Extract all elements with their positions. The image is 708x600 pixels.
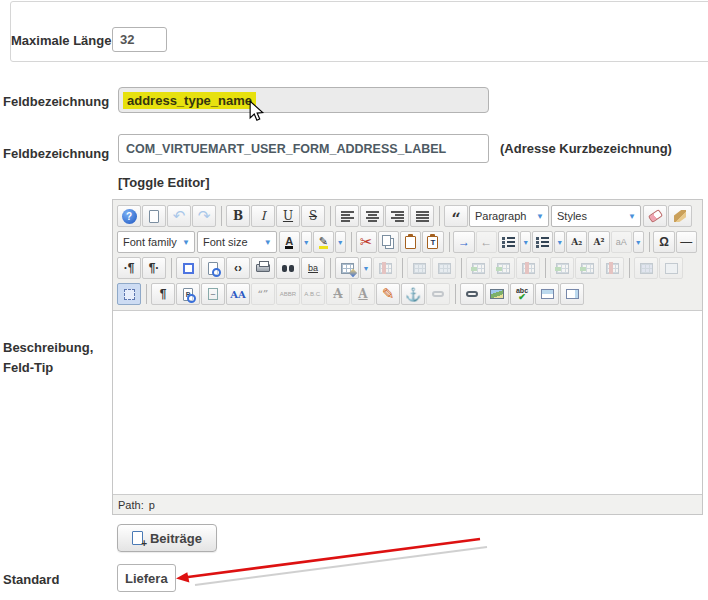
image-icon — [490, 289, 504, 299]
cite-button: “” — [251, 283, 275, 305]
cell-properties-button — [432, 257, 456, 279]
source-code-button[interactable]: ‹› — [226, 257, 250, 279]
ltr-paragraph-icon: ·¶ — [124, 261, 135, 275]
paragraph-format-select[interactable]: Paragraph▼ — [469, 205, 549, 227]
spellcheck-button[interactable]: abc — [510, 283, 534, 305]
image-button[interactable] — [485, 283, 509, 305]
paste-as-text-button[interactable]: T — [422, 231, 443, 253]
strikethrough-button[interactable]: S — [301, 205, 325, 227]
acronym-icon: A.B.C. — [304, 291, 321, 297]
cleanup-icon — [674, 210, 686, 222]
cut-button[interactable]: ✂ — [356, 231, 377, 253]
align-right-button[interactable] — [385, 205, 409, 227]
chevron-down-icon: ▼ — [178, 238, 194, 247]
horizontal-rule-button[interactable]: — — [676, 231, 697, 253]
undo-button[interactable]: ↶ — [167, 205, 191, 227]
insert-table-arrow[interactable]: ▼ — [360, 257, 372, 279]
font-size-select[interactable]: Font size▼ — [197, 231, 277, 253]
separator — [146, 284, 147, 304]
find-button[interactable] — [276, 257, 300, 279]
replace-button[interactable]: ba — [301, 257, 325, 279]
numbered-list-arrow[interactable]: ▼ — [520, 231, 531, 253]
blockquote-button[interactable]: “ — [444, 205, 468, 227]
row-properties-button — [407, 257, 431, 279]
new-document-button[interactable] — [142, 205, 166, 227]
special-character-button[interactable]: Ω — [653, 231, 674, 253]
copy-button[interactable] — [378, 231, 399, 253]
align-center-button[interactable] — [360, 205, 384, 227]
bullet-list-button[interactable] — [532, 231, 553, 253]
max-length-input[interactable]: 32 — [112, 27, 167, 52]
insertion-button: A — [351, 283, 375, 305]
separator — [629, 258, 630, 278]
article-button[interactable]: Beiträge — [117, 524, 217, 552]
font-family-select-label: Font family — [123, 236, 177, 248]
rtl-paragraph-button[interactable]: ¶· — [142, 257, 166, 279]
template-button[interactable] — [560, 283, 584, 305]
fullscreen-button[interactable] — [176, 257, 200, 279]
media-icon — [541, 289, 554, 299]
toggle-editor-link[interactable]: [Toggle Editor] — [118, 175, 209, 190]
field-label-1-input[interactable]: address_type_name — [118, 87, 489, 113]
align-left-button[interactable] — [335, 205, 359, 227]
show-blocks-button[interactable]: ¶ — [151, 283, 175, 305]
numbered-list-button[interactable] — [498, 231, 519, 253]
align-justify-button[interactable] — [410, 205, 434, 227]
attributes-button[interactable]: ✎ — [376, 283, 400, 305]
text-color-arrow[interactable]: ▼ — [301, 231, 312, 253]
italic-button[interactable]: I — [251, 205, 275, 227]
styles-select[interactable]: Styles▼ — [551, 205, 641, 227]
separator — [455, 284, 456, 304]
description-label-line1: Beschreibung, — [3, 340, 93, 355]
case-change-arrow: ▼ — [633, 231, 644, 253]
highlight-color-arrow[interactable]: ▼ — [335, 231, 346, 253]
separator — [449, 232, 450, 252]
bold-button[interactable]: B — [226, 205, 250, 227]
bullet-list-arrow[interactable]: ▼ — [554, 231, 565, 253]
undo-icon: ↶ — [173, 207, 186, 225]
bullet-list-icon — [536, 237, 549, 248]
style-properties-button[interactable]: AA — [226, 283, 250, 305]
field-label-2-input[interactable]: COM_VIRTUEMART_USER_FORM_ADDRESS_LABEL — [118, 134, 489, 163]
help-button[interactable]: ? — [117, 205, 141, 227]
ltr-paragraph-button[interactable]: ·¶ — [117, 257, 141, 279]
media-button[interactable] — [535, 283, 559, 305]
insert-table-button[interactable] — [335, 257, 359, 279]
editor-content[interactable] — [113, 311, 702, 494]
anchor-button[interactable]: ⚓ — [401, 283, 425, 305]
subscript-button[interactable]: A₂ — [566, 231, 587, 253]
separator — [461, 258, 462, 278]
highlight-color-button[interactable]: ✎ — [313, 231, 334, 253]
superscript-button[interactable]: A² — [588, 231, 609, 253]
indent-button[interactable]: → — [453, 231, 474, 253]
align-center-icon — [366, 211, 379, 222]
insert-column-before-button — [550, 257, 574, 279]
remove-format-button[interactable] — [643, 205, 667, 227]
paste-button[interactable] — [400, 231, 421, 253]
page: Maximale Länge 32 Feldbezeichnung addres… — [0, 0, 708, 600]
article-button-label: Beiträge — [150, 531, 202, 546]
align-right-icon — [391, 211, 404, 222]
unlink-icon — [432, 291, 444, 297]
preview-button[interactable] — [201, 257, 225, 279]
highlighted-value: address_type_name — [123, 92, 256, 109]
font-family-select[interactable]: Font family▼ — [117, 231, 195, 253]
separator — [330, 206, 331, 226]
redo-button[interactable]: ↷ — [192, 205, 216, 227]
page-preview-button[interactable]: P — [176, 283, 200, 305]
print-button[interactable] — [251, 257, 275, 279]
cleanup-button[interactable] — [668, 205, 692, 227]
nonbreaking-space-button[interactable]: – — [201, 283, 225, 305]
delete-table-icon — [379, 263, 392, 274]
standard-input[interactable]: Liefera — [117, 564, 176, 592]
subscript-icon: A₂ — [571, 237, 582, 247]
path-value[interactable]: p — [149, 499, 155, 511]
field-label-2-hint: (Adresse Kurzbezeichnung) — [500, 141, 672, 156]
visual-aid-button[interactable] — [117, 283, 141, 305]
link-button[interactable] — [460, 283, 484, 305]
separator — [439, 206, 440, 226]
separator — [545, 258, 546, 278]
text-color-button[interactable]: A — [279, 231, 300, 253]
underline-button[interactable]: U — [276, 205, 300, 227]
highlight-color-icon: ✎ — [319, 236, 328, 249]
